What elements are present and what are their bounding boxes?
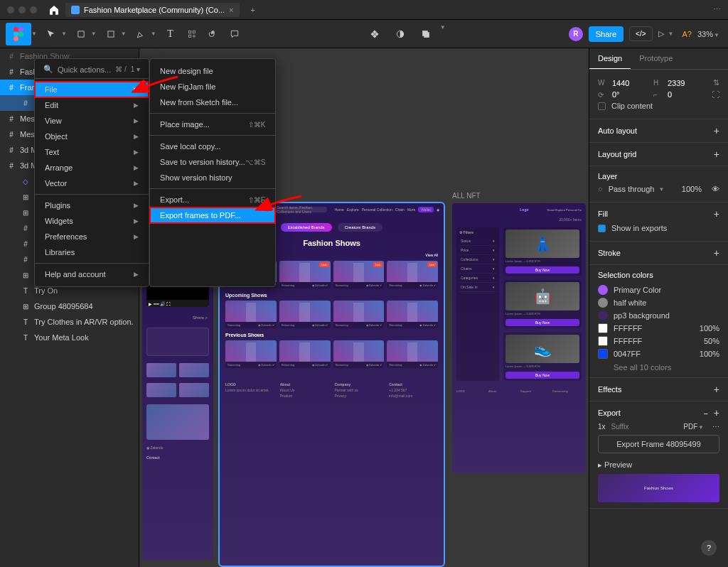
- text-tool[interactable]: T: [161, 24, 181, 44]
- export-format[interactable]: PDF ▼: [683, 423, 707, 431]
- chevron-down-icon[interactable]: ▼: [31, 31, 37, 37]
- file-menu-save-to-version-history-[interactable]: Save to version history...⌥⌘S: [150, 154, 275, 170]
- menu-item-arrange[interactable]: Arrange▶: [35, 160, 149, 176]
- file-menu-place-image-[interactable]: Place image...⇧⌘K: [150, 117, 275, 132]
- play-icon[interactable]: ▷: [658, 29, 664, 38]
- frame-label-nft: ALL NFT: [452, 192, 481, 200]
- export-mult[interactable]: 1x: [598, 423, 606, 431]
- menu-item-text[interactable]: Text▶: [35, 144, 149, 160]
- file-menu-show-version-history[interactable]: Show version history: [150, 170, 275, 185]
- titlebar: Fashion Marketplace (Community) (Co... ×…: [0, 0, 728, 20]
- close-tab-icon[interactable]: ×: [229, 6, 233, 14]
- menu-item-preferences[interactable]: Preferences▶: [35, 229, 149, 244]
- more-icon[interactable]: ⋯: [713, 5, 721, 14]
- add-fill[interactable]: +: [714, 208, 719, 220]
- blend-mode[interactable]: Pass through: [609, 185, 655, 193]
- color-row[interactable]: half white: [598, 298, 719, 308]
- svg-point-4: [14, 36, 18, 41]
- color-row[interactable]: Primary Color: [598, 285, 719, 295]
- search-bar: 🔍 Search items, Fashion, Collections and…: [270, 207, 327, 212]
- swatch-row[interactable]: FFFFFF100%: [598, 323, 719, 333]
- add-export[interactable]: +: [714, 407, 719, 418]
- file-menu-new-design-file[interactable]: New design file: [150, 63, 275, 79]
- layer-item[interactable]: TTry Clothes in AR/VR option.: [0, 314, 139, 330]
- menu-item-help-and-account[interactable]: Help and account▶: [35, 266, 149, 282]
- frame-all-nft[interactable]: ALL NFT Logo Home Explore Personal Co 20…: [452, 203, 586, 473]
- home-icon[interactable]: [48, 4, 60, 16]
- file-menu-new-figjam-file[interactable]: New FigJam file: [150, 79, 275, 94]
- width-input[interactable]: [612, 79, 648, 87]
- export-preview: Fashion Shows: [598, 474, 719, 502]
- move-tool[interactable]: [41, 24, 61, 44]
- figma-menu-button[interactable]: [6, 23, 31, 45]
- menu-item-libraries[interactable]: Libraries: [35, 244, 149, 260]
- layer-item[interactable]: ⊞Group 48095684: [0, 298, 139, 314]
- add-stroke[interactable]: +: [714, 247, 719, 259]
- frame-tool[interactable]: [71, 24, 91, 44]
- swatch-row[interactable]: FFFFFF50%: [598, 336, 719, 346]
- frame-preview-left[interactable]: ▶ ━━ 🔊 ⛶ Share ↗ ◉ Zalando Contact: [142, 269, 213, 560]
- svg-rect-12: [424, 32, 429, 37]
- independent-corners-icon[interactable]: ⛶: [712, 90, 719, 99]
- menu-item-vector[interactable]: Vector▶: [35, 176, 149, 191]
- svg-rect-9: [188, 35, 191, 38]
- layer-item[interactable]: TYour Meta Look: [0, 330, 139, 345]
- zoom-level[interactable]: 33% ▼: [697, 30, 722, 38]
- component-icon[interactable]: [365, 24, 385, 44]
- show-exports-check[interactable]: [598, 225, 606, 232]
- menu-item-edit[interactable]: Edit▶: [35, 97, 149, 113]
- mask-icon[interactable]: [390, 24, 410, 44]
- corner-input[interactable]: [668, 90, 703, 99]
- hand-tool[interactable]: [203, 24, 223, 44]
- remove-export[interactable]: −: [703, 409, 707, 418]
- opacity[interactable]: 100%: [682, 185, 702, 193]
- file-menu-export-[interactable]: Export...⇧⌘E: [150, 192, 275, 207]
- quick-actions[interactable]: Quick actions...: [58, 65, 111, 74]
- main-menu[interactable]: 🔍Quick actions...⌘ /1 ▾ File▶Edit▶View▶O…: [34, 58, 149, 287]
- svg-point-2: [14, 31, 18, 36]
- color-row[interactable]: pp3 background: [598, 310, 719, 320]
- clip-content-label[interactable]: Clip content: [611, 102, 653, 110]
- file-menu-new-from-sketch-file-[interactable]: New from Sketch file...: [150, 94, 275, 110]
- boolean-icon[interactable]: [416, 24, 436, 44]
- add-effect[interactable]: +: [714, 384, 719, 395]
- see-all-colors[interactable]: See all 10 colors: [598, 363, 719, 372]
- dev-mode-button[interactable]: </>: [629, 26, 652, 41]
- height-input[interactable]: [668, 79, 703, 87]
- share-button[interactable]: Share: [589, 26, 623, 42]
- pill-creators: Creators Brands: [338, 223, 383, 232]
- file-tab[interactable]: Fashion Marketplace (Community) (Co... ×: [65, 3, 240, 17]
- tab-design[interactable]: Design: [589, 48, 631, 69]
- svg-rect-6: [108, 31, 114, 36]
- menu-item-object[interactable]: Object▶: [35, 129, 149, 144]
- svg-rect-5: [78, 31, 84, 36]
- help-button[interactable]: ?: [701, 540, 717, 556]
- toolbar: ▼ ▼ ▼ ▼ ▼ T ▼ R Share </> ▷▼ A? 33% ▼: [0, 20, 728, 48]
- file-submenu[interactable]: New design fileNew FigJam fileNew from S…: [149, 58, 276, 287]
- constrain-icon[interactable]: ⇅: [713, 78, 719, 87]
- maximize-dot[interactable]: [30, 6, 37, 14]
- minimize-dot[interactable]: [18, 6, 26, 14]
- add-autolayout[interactable]: +: [714, 125, 719, 136]
- file-menu-export-frames-to-pdf-[interactable]: Export frames to PDF...: [150, 207, 275, 223]
- menu-item-plugins[interactable]: Plugins▶: [35, 198, 149, 213]
- user-avatar[interactable]: R: [569, 27, 583, 41]
- menu-item-view[interactable]: View▶: [35, 113, 149, 129]
- swatch-row[interactable]: 0047FF100%: [598, 349, 719, 359]
- add-grid[interactable]: +: [714, 148, 719, 160]
- visibility-icon[interactable]: 👁: [712, 185, 719, 193]
- file-menu-save-local-copy-[interactable]: Save local copy...: [150, 139, 275, 154]
- shape-tool[interactable]: [101, 24, 121, 44]
- resources-tool[interactable]: [182, 24, 202, 44]
- export-options-icon[interactable]: ⋯: [712, 423, 719, 431]
- menu-item-widgets[interactable]: Widgets▶: [35, 213, 149, 229]
- pen-tool[interactable]: [131, 24, 151, 44]
- missing-fonts-badge[interactable]: A?: [682, 30, 692, 38]
- menu-item-file[interactable]: File▶: [35, 82, 149, 97]
- rotation-input[interactable]: [612, 90, 648, 99]
- tab-prototype[interactable]: Prototype: [631, 48, 681, 69]
- close-dot[interactable]: [7, 6, 14, 14]
- export-button[interactable]: Export Frame 48095499: [598, 435, 719, 453]
- comment-tool[interactable]: [225, 24, 245, 44]
- new-tab-button[interactable]: +: [251, 6, 255, 14]
